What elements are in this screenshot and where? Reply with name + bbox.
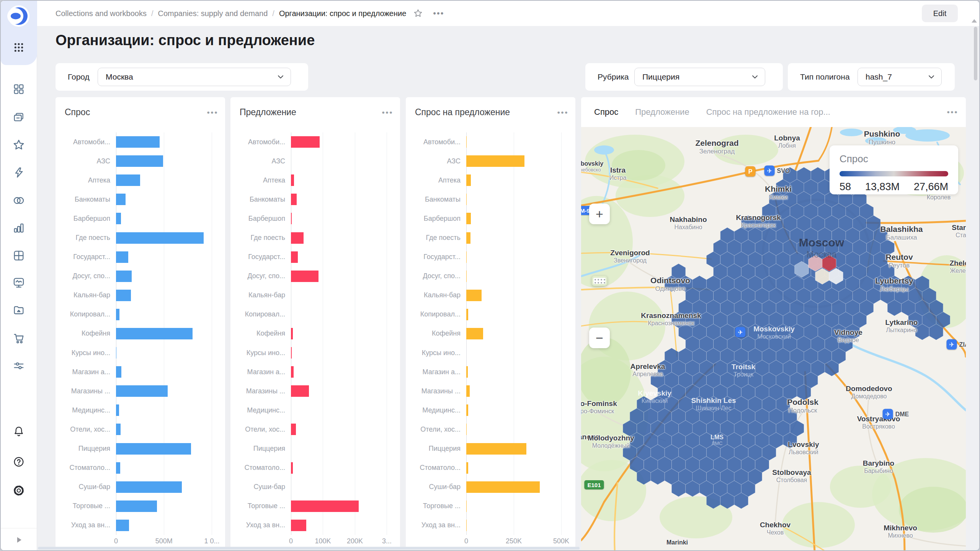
chart-menu-icon[interactable]: ••• xyxy=(557,111,568,114)
bar[interactable] xyxy=(466,481,540,493)
sliders-icon[interactable] xyxy=(13,360,25,372)
bar[interactable] xyxy=(116,194,126,205)
bar[interactable] xyxy=(116,290,131,301)
bar-row: Магазины ... xyxy=(56,381,225,401)
storage-icon[interactable] xyxy=(13,304,25,316)
expand-panel-play-icon[interactable] xyxy=(1,536,37,544)
map-menu-icon[interactable]: ••• xyxy=(947,110,958,114)
star-icon[interactable] xyxy=(12,139,25,152)
bar[interactable] xyxy=(116,347,116,359)
bar[interactable] xyxy=(116,520,129,531)
filter-polygon-type-select[interactable]: hash_7 xyxy=(858,68,942,86)
lightning-icon[interactable] xyxy=(13,166,25,179)
map-zoom-out-button[interactable]: − xyxy=(589,328,610,348)
bar[interactable] xyxy=(116,213,121,224)
bar[interactable] xyxy=(116,309,119,320)
bar[interactable] xyxy=(291,520,306,531)
table-icon[interactable] xyxy=(13,249,25,262)
collections-icon[interactable] xyxy=(13,111,25,124)
bar[interactable] xyxy=(116,366,121,378)
bar[interactable] xyxy=(466,404,468,416)
bar[interactable] xyxy=(466,290,482,301)
bar-row: Суши-бар xyxy=(230,478,400,497)
bar[interactable] xyxy=(466,385,470,397)
bar[interactable] xyxy=(291,232,304,244)
bar[interactable] xyxy=(466,443,526,455)
breadcrumb-menu-icon[interactable]: ••• xyxy=(433,8,444,18)
map-tab-1[interactable]: Предложение xyxy=(635,107,689,117)
bar[interactable] xyxy=(466,309,468,320)
chart-menu-icon[interactable]: ••• xyxy=(382,111,393,114)
map[interactable]: ZelenogradЗеленоградLobnyaЛобняPushkinoП… xyxy=(581,127,966,551)
bar[interactable] xyxy=(466,424,467,435)
bar[interactable] xyxy=(291,271,318,282)
bar[interactable] xyxy=(291,366,294,378)
horizontal-scrollbar[interactable] xyxy=(38,547,580,549)
map-zoom-slider-handle[interactable] xyxy=(591,276,608,286)
bar[interactable] xyxy=(466,500,467,512)
bar[interactable] xyxy=(116,404,119,416)
bar[interactable] xyxy=(116,174,140,186)
bar[interactable] xyxy=(116,443,191,455)
bar[interactable] xyxy=(116,385,168,397)
gear-icon[interactable] xyxy=(13,484,25,497)
map-zoom-in-button[interactable]: + xyxy=(589,204,610,224)
axis-tick-label: 500M xyxy=(155,537,173,545)
bar[interactable] xyxy=(466,328,483,339)
monitor-icon[interactable] xyxy=(12,276,25,289)
bar[interactable] xyxy=(116,328,193,339)
datasets-icon[interactable] xyxy=(12,194,25,207)
map-tab-0[interactable]: Спрос xyxy=(594,107,618,117)
edit-button[interactable]: Edit xyxy=(922,5,958,22)
bar[interactable] xyxy=(116,424,121,435)
bar[interactable] xyxy=(291,174,294,186)
bar[interactable] xyxy=(466,251,467,263)
axis-tick-label: 0 xyxy=(114,537,118,545)
bar[interactable] xyxy=(466,136,467,148)
bar[interactable] xyxy=(116,251,128,263)
chart-menu-icon[interactable]: ••• xyxy=(207,111,218,114)
breadcrumb-item[interactable]: Организации: спрос и предложение xyxy=(279,9,406,18)
bar[interactable] xyxy=(116,271,132,282)
bar[interactable] xyxy=(466,174,471,186)
bar[interactable] xyxy=(466,462,468,474)
favorite-star-icon[interactable] xyxy=(413,8,423,18)
bar[interactable] xyxy=(116,500,157,512)
breadcrumb-item[interactable]: Companies: supply and demand xyxy=(158,9,268,18)
filter-city-select[interactable]: Москва xyxy=(98,68,291,86)
bar[interactable] xyxy=(291,328,293,339)
question-icon[interactable] xyxy=(13,456,25,468)
grid-squares-icon[interactable] xyxy=(13,83,25,95)
bar[interactable] xyxy=(116,155,163,167)
bar[interactable] xyxy=(466,271,467,282)
bar[interactable] xyxy=(291,136,320,148)
bar[interactable] xyxy=(466,194,467,205)
bar[interactable] xyxy=(291,213,292,224)
bar[interactable] xyxy=(116,462,120,474)
bar[interactable] xyxy=(466,520,467,531)
breadcrumb-item[interactable]: Collections and workbooks xyxy=(56,9,147,18)
bar[interactable] xyxy=(291,385,309,397)
bar[interactable] xyxy=(466,366,468,378)
charts-icon[interactable] xyxy=(13,222,25,234)
bar[interactable] xyxy=(291,347,292,359)
filter-rubric-select[interactable]: Пиццерия xyxy=(634,68,765,86)
datalens-logo[interactable] xyxy=(7,5,30,28)
bar[interactable] xyxy=(291,500,359,512)
bar[interactable] xyxy=(291,251,298,263)
bar[interactable] xyxy=(116,136,160,148)
bar[interactable] xyxy=(291,462,293,474)
bar[interactable] xyxy=(466,155,524,167)
vertical-scrollbar-thumb[interactable] xyxy=(974,27,977,80)
apps-grid-icon[interactable] xyxy=(13,42,24,53)
bar[interactable] xyxy=(291,424,296,435)
bar[interactable] xyxy=(466,213,471,224)
bar[interactable] xyxy=(291,194,297,205)
vertical-scrollbar-up-arrow[interactable] xyxy=(972,19,977,23)
cart-icon[interactable] xyxy=(13,332,25,344)
bell-icon[interactable] xyxy=(13,425,25,437)
bar[interactable] xyxy=(466,232,470,244)
map-tab-2[interactable]: Спрос на предложение на гор... xyxy=(706,107,830,117)
bar[interactable] xyxy=(116,481,182,493)
bar[interactable] xyxy=(116,232,204,244)
